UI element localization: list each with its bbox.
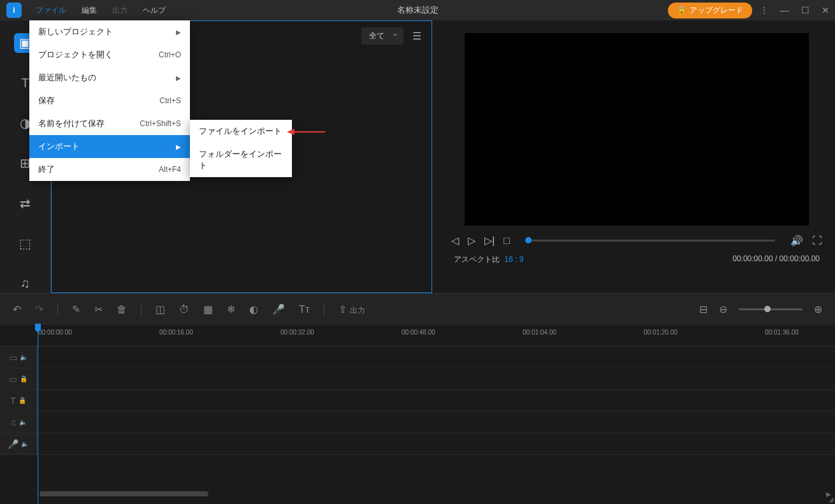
- track-head-video[interactable]: ▭🔈: [0, 347, 37, 368]
- menu-import-folder[interactable]: フォルダーをインポート: [190, 143, 292, 177]
- transitions-tab-icon[interactable]: ⇄: [14, 193, 37, 213]
- track-row[interactable]: ♫🔈: [0, 412, 835, 433]
- menu-item-label: 新しいプロジェクト: [38, 26, 113, 38]
- playback-slider[interactable]: [525, 240, 775, 241]
- lock-icon: 🔒: [677, 6, 686, 15]
- export-label: 出力: [350, 306, 365, 315]
- menu-shortcut: Ctrl+S: [159, 96, 181, 105]
- menu-exit[interactable]: 終了Alt+F4: [29, 158, 190, 181]
- track-head-text[interactable]: T🔒: [0, 390, 37, 411]
- audio-track-icon: ♫: [10, 417, 17, 428]
- scrollbar-thumb[interactable]: [40, 491, 208, 496]
- menu-file[interactable]: ファイル: [28, 1, 74, 20]
- aspect-ratio-display: アスペクト比 16 : 9: [454, 254, 523, 265]
- menu-item-label: 終了: [38, 164, 55, 175]
- track-row[interactable]: ▭🔒: [0, 368, 835, 390]
- mosaic-icon[interactable]: ▦: [203, 303, 213, 315]
- zoom-in-icon[interactable]: ⊕: [814, 303, 822, 315]
- maximize-button[interactable]: ☐: [799, 5, 811, 15]
- redo-button[interactable]: ↷: [35, 303, 43, 315]
- ruler-mark: 00:00:32.00: [280, 329, 314, 336]
- menu-shortcut: Alt+F4: [159, 165, 181, 174]
- svg-marker-1: [287, 129, 294, 135]
- zoom-handle[interactable]: [764, 306, 771, 312]
- voice-icon[interactable]: 🎤: [272, 303, 285, 315]
- ruler-mark: 00:01:20.00: [644, 329, 678, 336]
- preview-panel: ◁ ▷ ▷| □ 🔊 ⛶ アスペクト比 16 : 9 00:00:00.00 /…: [432, 20, 835, 293]
- edit-tool-icon[interactable]: ✎: [72, 303, 80, 315]
- zoom-out-icon[interactable]: ⊖: [719, 303, 727, 315]
- fullscreen-icon[interactable]: ⛶: [812, 235, 822, 247]
- menu-import-file[interactable]: ファイルをインポート: [190, 120, 292, 143]
- export-button[interactable]: ⇪ 出力: [338, 303, 365, 316]
- play-button[interactable]: ▷: [468, 234, 476, 247]
- duration-icon[interactable]: ◐: [249, 303, 258, 315]
- menu-edit[interactable]: 編集: [74, 1, 105, 20]
- media-filter-dropdown[interactable]: 全て: [361, 27, 403, 45]
- menu-shortcut: Ctrl+O: [159, 50, 181, 59]
- ruler-mark: 00:00:16.00: [159, 329, 193, 336]
- menu-import[interactable]: インポート▶: [29, 135, 190, 158]
- menu-save-as[interactable]: 名前を付けて保存Ctrl+Shift+S: [29, 112, 190, 135]
- lock-icon[interactable]: 🔒: [20, 375, 27, 382]
- time-display: 00:00:00.00 / 00:00:00.00: [732, 254, 820, 265]
- list-view-icon[interactable]: ☰: [412, 30, 421, 42]
- prev-frame-button[interactable]: ◁: [451, 234, 459, 247]
- resize-grip-icon[interactable]: ◢: [829, 496, 834, 503]
- elements-tab-icon[interactable]: ⬚: [14, 233, 37, 253]
- lock-icon[interactable]: 🔒: [18, 397, 26, 404]
- minimize-button[interactable]: —: [779, 5, 790, 15]
- app-logo-icon: i: [6, 3, 22, 18]
- fit-icon[interactable]: ⊟: [699, 303, 708, 315]
- track-head-voice[interactable]: 🎤🔈: [0, 433, 37, 454]
- menu-save[interactable]: 保存Ctrl+S: [29, 89, 190, 112]
- playback-handle[interactable]: [525, 237, 532, 243]
- menu-recent[interactable]: 最近開いたもの▶: [29, 66, 190, 89]
- playhead[interactable]: [38, 325, 38, 503]
- timeline-ruler[interactable]: 00:00:00.00 00:00:16.00 00:00:32.00 00:0…: [0, 325, 835, 347]
- track-row[interactable]: T🔒: [0, 390, 835, 412]
- speed-icon[interactable]: ⏱: [179, 304, 189, 315]
- undo-button[interactable]: ↶: [13, 303, 21, 315]
- timeline-toolbar: ↶ ↷ ✎ ✂ 🗑 ◫ ⏱ ▦ ❄ ◐ 🎤 Tт ⇪ 出力 ⊟ ⊖ ⊕: [0, 293, 835, 325]
- playback-controls: ◁ ▷ ▷| □ 🔊 ⛶: [445, 226, 829, 252]
- submenu-arrow-icon: ▶: [176, 143, 181, 150]
- track-row[interactable]: 🎤🔈: [0, 433, 835, 455]
- zoom-slider[interactable]: [739, 308, 802, 310]
- menu-item-label: インポート: [38, 141, 80, 152]
- audio-tab-icon[interactable]: ♫: [14, 273, 37, 293]
- track-row[interactable]: ▭🔈: [0, 347, 835, 368]
- volume-icon[interactable]: 🔊: [790, 234, 803, 247]
- mute-icon[interactable]: 🔈: [21, 440, 29, 447]
- voice-track-icon: 🎤: [8, 439, 18, 449]
- menu-output[interactable]: 出力: [105, 1, 135, 20]
- menu-shortcut: Ctrl+Shift+S: [140, 119, 181, 128]
- timeline-tracks: ▭🔈 ▭🔒 T🔒 ♫🔈 🎤🔈 ▶: [0, 347, 835, 498]
- mute-icon[interactable]: 🔈: [20, 354, 27, 361]
- close-button[interactable]: ✕: [820, 5, 831, 15]
- ruler-mark: 00:00:48.00: [402, 329, 435, 336]
- next-frame-button[interactable]: ▷|: [484, 234, 495, 247]
- horizontal-scrollbar[interactable]: ▶: [0, 489, 835, 498]
- stop-button[interactable]: □: [504, 235, 510, 247]
- mute-icon[interactable]: 🔈: [19, 419, 27, 426]
- menu-item-label: ファイルをインポート: [199, 126, 282, 137]
- crop-icon[interactable]: ◫: [156, 303, 165, 315]
- upgrade-button[interactable]: 🔒 アップグレード: [668, 3, 752, 18]
- menu-item-label: 最近開いたもの: [38, 72, 96, 83]
- menu-open-project[interactable]: プロジェクトを開くCtrl+O: [29, 43, 190, 66]
- track-head-audio[interactable]: ♫🔈: [0, 412, 37, 433]
- aspect-ratio-value[interactable]: 16 : 9: [504, 255, 523, 264]
- track-head-video[interactable]: ▭🔒: [0, 368, 37, 389]
- delete-button[interactable]: 🗑: [117, 304, 127, 315]
- upgrade-label: アップグレード: [690, 5, 743, 16]
- file-menu-dropdown: 新しいプロジェクト▶ プロジェクトを開くCtrl+O 最近開いたもの▶ 保存Ct…: [29, 20, 190, 181]
- freeze-icon[interactable]: ❄: [227, 303, 235, 315]
- menu-item-label: 名前を付けて保存: [38, 118, 105, 129]
- video-track-icon: ▭: [9, 374, 17, 384]
- cut-tool-icon[interactable]: ✂: [94, 303, 103, 315]
- text-tool-icon[interactable]: Tт: [299, 304, 310, 315]
- menu-help[interactable]: ヘルプ: [135, 1, 173, 20]
- more-icon[interactable]: ⋮: [759, 5, 770, 15]
- menu-new-project[interactable]: 新しいプロジェクト▶: [29, 20, 190, 43]
